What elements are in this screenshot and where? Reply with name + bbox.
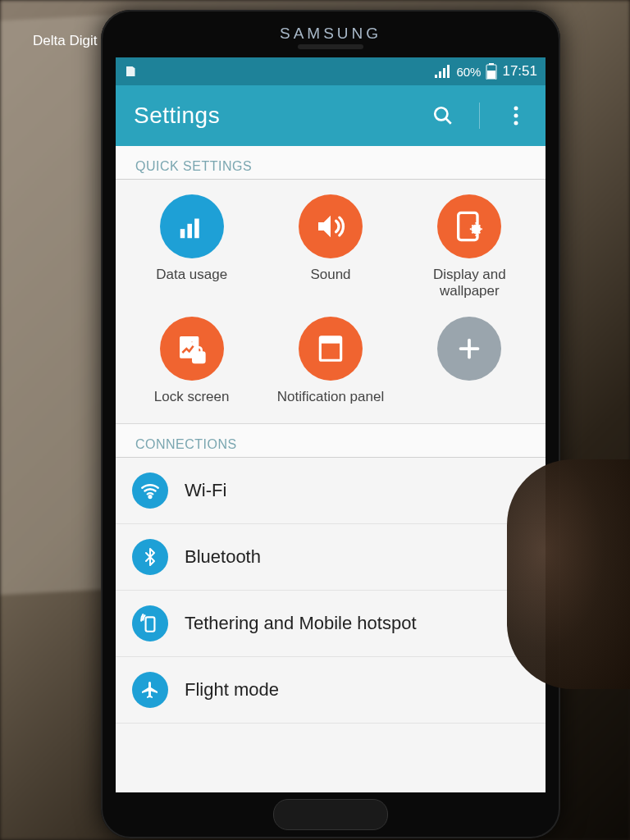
flight-mode-icon [132, 672, 168, 708]
overflow-menu-button[interactable] [504, 104, 527, 127]
svg-point-25 [335, 339, 337, 341]
svg-rect-3 [447, 65, 450, 78]
quick-item-sound[interactable]: Sound [261, 194, 399, 300]
quick-item-lock-screen[interactable]: Lock screen [122, 317, 261, 405]
list-item-tethering[interactable]: Tethering and Mobile hotspot [116, 591, 546, 657]
plus-icon [437, 317, 501, 381]
wifi-icon [132, 472, 168, 509]
status-bar: 60% 17:51 [116, 57, 546, 85]
svg-point-7 [435, 107, 447, 120]
quick-item-label: Sound [310, 267, 350, 283]
quick-item-data-usage[interactable]: Data usage [122, 194, 261, 300]
quick-item-add[interactable] [400, 317, 539, 405]
phone-device: SAMSUNG 60% 17:51 Settings [101, 10, 560, 838]
sim-card-icon [124, 64, 139, 79]
clock-time: 17:51 [502, 63, 537, 80]
phone-speaker [298, 44, 363, 49]
hand-thumb [507, 459, 630, 689]
sound-icon [299, 194, 363, 258]
svg-rect-12 [180, 229, 185, 238]
list-item-bluetooth[interactable]: Bluetooth [116, 524, 546, 591]
appbar-divider [479, 103, 480, 129]
search-button[interactable] [431, 104, 454, 127]
display-icon [437, 194, 501, 258]
svg-rect-29 [146, 618, 155, 632]
battery-icon [486, 63, 497, 80]
section-header-quick: QUICK SETTINGS [116, 146, 546, 180]
quick-item-notification-panel[interactable]: Notification panel [261, 317, 399, 405]
quick-item-label: Notification panel [277, 389, 384, 405]
app-bar: Settings [116, 85, 546, 146]
notification-panel-icon [299, 317, 363, 381]
signal-icon [435, 65, 451, 78]
svg-rect-6 [489, 63, 494, 65]
page-title: Settings [134, 103, 220, 129]
quick-item-label: Data usage [156, 267, 227, 283]
list-item-label: Tethering and Mobile hotspot [185, 613, 417, 634]
phone-screen: 60% 17:51 Settings QUICK SETTINGS [116, 57, 546, 792]
svg-point-19 [189, 340, 193, 343]
tethering-icon [132, 605, 168, 641]
svg-point-11 [514, 121, 518, 126]
bluetooth-icon [132, 539, 168, 575]
svg-rect-1 [439, 71, 441, 78]
more-vert-icon [513, 106, 519, 126]
lock-screen-icon [160, 317, 224, 381]
svg-rect-0 [435, 75, 437, 78]
svg-point-10 [514, 114, 518, 118]
connections-list: Wi-Fi Bluetooth Tethering and Mobile hot… [116, 458, 546, 724]
svg-rect-5 [487, 71, 495, 79]
watermark-text: Delta Digit [33, 33, 97, 49]
svg-line-8 [445, 118, 451, 124]
svg-rect-14 [194, 219, 199, 239]
svg-point-9 [514, 107, 518, 111]
list-item-label: Wi-Fi [185, 480, 226, 501]
search-icon [432, 105, 454, 126]
list-item-label: Flight mode [185, 679, 279, 701]
svg-point-24 [329, 339, 331, 341]
data-usage-icon [160, 194, 224, 258]
battery-percentage: 60% [456, 65, 481, 79]
section-header-connections: CONNECTIONS [116, 424, 546, 458]
list-item-label: Bluetooth [185, 546, 261, 568]
svg-rect-2 [443, 68, 445, 78]
svg-rect-13 [187, 224, 192, 238]
svg-rect-20 [193, 353, 203, 363]
list-item-wifi[interactable]: Wi-Fi [116, 458, 546, 524]
svg-point-23 [324, 339, 326, 341]
quick-settings-grid: Data usage Sound Display and wallpaper L… [116, 180, 546, 424]
phone-brand-label: SAMSUNG [280, 25, 381, 43]
quick-item-label: Display and wallpaper [412, 267, 527, 300]
list-item-flight-mode[interactable]: Flight mode [116, 657, 546, 724]
svg-point-28 [149, 495, 152, 498]
home-button[interactable] [273, 799, 388, 830]
quick-item-display[interactable]: Display and wallpaper [400, 194, 539, 300]
quick-item-label: Lock screen [154, 389, 230, 405]
